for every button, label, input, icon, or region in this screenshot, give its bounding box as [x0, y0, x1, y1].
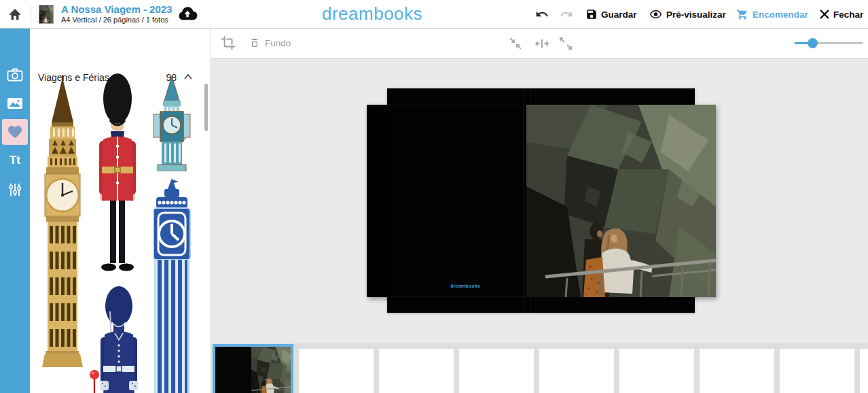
filmstrip-thumb-page[interactable] [780, 349, 854, 393]
background-control[interactable]: Fundo [249, 36, 291, 50]
rail-item-text[interactable]: Tt [0, 147, 30, 174]
undo-button[interactable] [534, 0, 550, 29]
camera-icon [7, 68, 23, 82]
expand-icon [558, 36, 573, 51]
project-thumbnail [39, 5, 54, 24]
sticker-big-ben-gold[interactable] [38, 75, 87, 367]
image-icon [7, 97, 23, 109]
redo-button[interactable] [558, 0, 575, 29]
save-icon [585, 8, 598, 20]
project-title: A Nossa Viagem - 2023 [61, 3, 172, 15]
dreambooks-logo: dreambooks [322, 3, 431, 24]
thumb-cover-photo [251, 347, 291, 393]
rail-item-adjust[interactable] [0, 176, 30, 203]
heart-icon [7, 125, 22, 139]
eye-icon [649, 8, 663, 20]
filmstrip-thumb-page[interactable] [299, 349, 374, 393]
close-icon [819, 9, 830, 20]
sticker-queens-guard-red[interactable] [92, 73, 143, 277]
filmstrip-thumb-page[interactable] [700, 349, 774, 393]
tune-icon [7, 183, 22, 196]
zoom-slider-thumb[interactable] [808, 38, 818, 48]
stickers-panel: Viagens e Férias 98 [30, 29, 211, 393]
text-icon: Tt [10, 154, 20, 167]
tool-rail: Tt [0, 29, 30, 393]
preview-label: Pré-visualizar [666, 10, 726, 20]
topbar-divider [31, 6, 31, 22]
home-button[interactable] [8, 7, 22, 21]
panel-scrollbar[interactable] [204, 84, 208, 131]
home-icon [8, 7, 22, 21]
panel-divider [211, 29, 211, 393]
preview-button[interactable]: Pré-visualizar [649, 0, 726, 29]
project-info: A Nossa Viagem - 2023 A4 Vertical / 26 p… [61, 3, 172, 24]
cloud-sync-icon [177, 5, 198, 23]
crop-button[interactable] [221, 35, 236, 50]
thumb-cover-back [215, 347, 251, 393]
save-label: Guardar [601, 10, 637, 20]
redo-icon [558, 7, 575, 21]
filmstrip-thumb-page[interactable] [619, 349, 694, 393]
zoom-slider[interactable] [795, 38, 863, 49]
topbar: A Nossa Viagem - 2023 A4 Vertical / 26 p… [0, 0, 868, 29]
filmstrip-thumb-page[interactable] [459, 349, 534, 393]
order-button[interactable]: Encomendar [736, 0, 808, 29]
fit-width-button[interactable] [535, 36, 549, 51]
filmstrip-thumb-cover-selected[interactable] [213, 344, 293, 393]
spine-line [523, 88, 524, 313]
filmstrip-thumb-page[interactable] [860, 349, 868, 393]
collapse-icon [508, 36, 523, 51]
canvas-toolbar: Fundo [211, 29, 868, 58]
cover-photo[interactable] [526, 105, 716, 297]
expand-button[interactable] [558, 36, 573, 51]
filmstrip [211, 343, 868, 393]
undo-icon [534, 7, 550, 21]
filmstrip-thumb-page[interactable] [539, 349, 614, 393]
save-button[interactable]: Guardar [585, 0, 637, 29]
close-button[interactable]: Fechar [819, 0, 863, 29]
trash-icon [249, 36, 260, 50]
sticker-big-ben-watercolor-teal[interactable] [148, 76, 196, 171]
fit-width-icon [535, 36, 549, 51]
photobook-editor: A Nossa Viagem - 2023 A4 Vertical / 26 p… [0, 0, 868, 393]
sticker-big-ben-flat-blue[interactable] [148, 178, 196, 393]
fit-page-button[interactable] [508, 36, 523, 51]
background-label: Fundo [265, 38, 291, 48]
filmstrip-thumb-page[interactable] [379, 349, 454, 393]
close-label: Fechar [833, 10, 863, 20]
crop-icon [221, 35, 236, 50]
rail-item-gallery[interactable] [0, 90, 30, 117]
rail-item-stickers[interactable] [0, 118, 30, 146]
cart-icon [736, 8, 749, 20]
order-label: Encomendar [753, 10, 808, 20]
project-subtitle: A4 Vertical / 26 páginas / 1 fotos [61, 15, 172, 24]
sticker-pin-red[interactable] [87, 369, 102, 393]
cover-brand-logo: dreambooks [441, 284, 489, 288]
rail-item-photos[interactable] [0, 61, 30, 88]
